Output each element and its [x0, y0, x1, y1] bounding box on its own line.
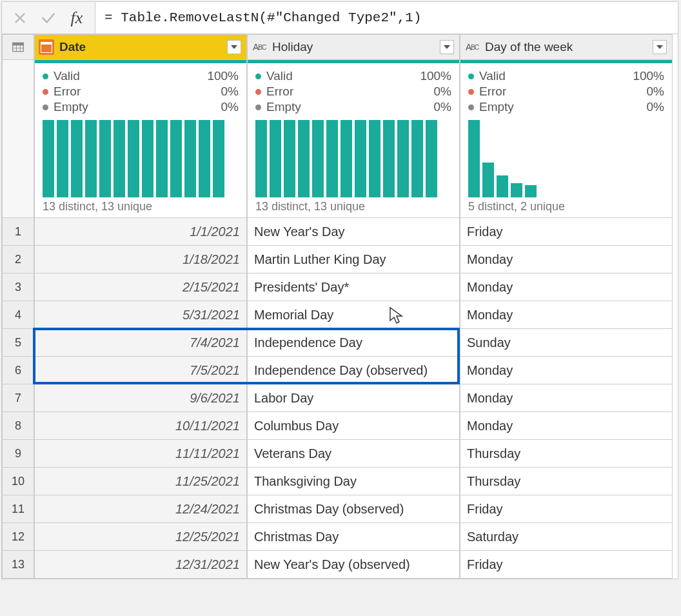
- cell[interactable]: Friday: [460, 551, 673, 579]
- column-name: Holiday: [272, 40, 440, 54]
- filter-dropdown-button[interactable]: [440, 40, 454, 54]
- cell[interactable]: Independence Day (observed): [247, 357, 460, 384]
- data-grid: DateABCHolidayABCDay of the weekValid100…: [2, 34, 678, 579]
- column-header-holiday[interactable]: ABCHoliday: [247, 34, 460, 60]
- distinct-summary: 13 distinct, 13 unique: [255, 200, 451, 214]
- fx-button[interactable]: fx: [64, 5, 90, 31]
- cell[interactable]: 7/5/2021: [34, 357, 247, 384]
- row-number[interactable]: 3: [2, 273, 34, 301]
- stat-empty: Empty0%: [255, 99, 451, 115]
- row-number[interactable]: 1: [2, 218, 34, 246]
- cell[interactable]: Columbus Day: [247, 412, 460, 440]
- cell[interactable]: Monday: [460, 357, 673, 384]
- row-number[interactable]: 12: [2, 523, 34, 551]
- distinct-summary: 5 distinct, 2 unique: [468, 200, 664, 214]
- row-number[interactable]: 5: [2, 329, 34, 357]
- row-number[interactable]: 6: [2, 357, 34, 384]
- calendar-icon: [39, 39, 54, 55]
- stat-label: Error: [54, 84, 81, 99]
- stat-label: Empty: [479, 100, 514, 114]
- svg-rect-1: [13, 43, 24, 45]
- cell[interactable]: Martin Luther King Day: [247, 246, 460, 273]
- cell[interactable]: 11/11/2021: [34, 440, 247, 468]
- cell[interactable]: Presidents' Day*: [247, 273, 460, 301]
- filter-dropdown-button[interactable]: [227, 40, 241, 54]
- stat-value: 100%: [633, 69, 664, 83]
- cell[interactable]: Sunday: [460, 329, 673, 357]
- cell[interactable]: Thursday: [460, 468, 673, 495]
- empty-dot-icon: [468, 104, 474, 110]
- cell[interactable]: 11/25/2021: [34, 468, 247, 495]
- valid-dot-icon: [468, 74, 474, 79]
- stat-error: Error0%: [468, 84, 664, 99]
- row-number[interactable]: 13: [2, 551, 34, 579]
- cell[interactable]: 12/25/2021: [34, 523, 247, 551]
- stat-value: 0%: [221, 100, 239, 114]
- cell[interactable]: 2/15/2021: [34, 273, 247, 301]
- cell[interactable]: Independence Day: [247, 329, 460, 357]
- cell[interactable]: 9/6/2021: [34, 384, 247, 412]
- cell[interactable]: New Year's Day: [247, 218, 460, 246]
- row-number[interactable]: 8: [2, 412, 34, 440]
- cell[interactable]: Memorial Day: [247, 301, 460, 329]
- stat-valid: Valid100%: [43, 68, 239, 84]
- cell[interactable]: Saturday: [460, 523, 673, 551]
- cell[interactable]: Friday: [460, 218, 673, 246]
- cell[interactable]: Monday: [460, 384, 673, 412]
- cell[interactable]: Friday: [460, 495, 673, 523]
- cancel-button[interactable]: [7, 5, 33, 31]
- select-all-corner[interactable]: [2, 34, 34, 60]
- power-query-editor: fx = Table.RemoveLastN(#"Changed Type2",…: [1, 1, 678, 579]
- cell[interactable]: Thursday: [460, 440, 673, 468]
- filter-dropdown-button[interactable]: [653, 40, 667, 54]
- profile-corner: [2, 60, 34, 218]
- cell[interactable]: 1/18/2021: [34, 246, 247, 273]
- row-number[interactable]: 4: [2, 301, 34, 329]
- cell[interactable]: Veterans Day: [247, 440, 460, 468]
- stat-label: Valid: [54, 69, 80, 83]
- cell[interactable]: 5/31/2021: [34, 301, 247, 329]
- text-type-icon: ABC: [464, 39, 480, 55]
- stat-value: 0%: [647, 84, 664, 99]
- stat-value: 100%: [207, 69, 239, 83]
- formula-input[interactable]: = Table.RemoveLastN(#"Changed Type2",1): [95, 2, 678, 34]
- stat-value: 100%: [420, 69, 451, 83]
- row-number[interactable]: 7: [2, 384, 34, 412]
- cell[interactable]: Christmas Day (observed): [247, 495, 460, 523]
- formula-bar-buttons: fx: [2, 2, 95, 34]
- cell[interactable]: 10/11/2021: [34, 412, 247, 440]
- stat-label: Error: [479, 84, 506, 99]
- row-number[interactable]: 9: [2, 440, 34, 468]
- cell[interactable]: 1/1/2021: [34, 218, 247, 246]
- commit-button[interactable]: [35, 5, 61, 31]
- column-header-date[interactable]: Date: [34, 34, 247, 60]
- cell[interactable]: 12/31/2021: [34, 551, 247, 579]
- stat-value: 0%: [221, 84, 239, 99]
- stat-empty: Empty0%: [43, 99, 239, 115]
- cell[interactable]: Thanksgiving Day: [247, 468, 460, 495]
- cell[interactable]: Labor Day: [247, 384, 460, 412]
- error-dot-icon: [43, 89, 48, 95]
- cell[interactable]: 12/24/2021: [34, 495, 247, 523]
- row-number[interactable]: 10: [2, 468, 34, 495]
- stat-empty: Empty0%: [468, 99, 664, 115]
- stat-label: Valid: [479, 69, 506, 83]
- cell[interactable]: 7/4/2021: [34, 329, 247, 357]
- error-dot-icon: [468, 89, 474, 95]
- cell[interactable]: Monday: [460, 246, 673, 273]
- cell[interactable]: Monday: [460, 412, 673, 440]
- stat-error: Error0%: [255, 84, 451, 99]
- column-profile: Valid100%Error0%Empty0%13 distinct, 13 u…: [247, 60, 460, 218]
- cell[interactable]: Christmas Day: [247, 523, 460, 551]
- row-number[interactable]: 2: [2, 246, 34, 273]
- stat-value: 0%: [434, 100, 451, 114]
- row-number[interactable]: 11: [2, 495, 34, 523]
- stat-label: Valid: [266, 69, 293, 83]
- cell[interactable]: Monday: [460, 301, 673, 329]
- cell[interactable]: New Year's Day (observed): [247, 551, 460, 579]
- distinct-summary: 13 distinct, 13 unique: [43, 200, 239, 214]
- text-type-icon: ABC: [252, 39, 267, 55]
- column-header-day-of-the-week[interactable]: ABCDay of the week: [460, 34, 673, 60]
- cell[interactable]: Monday: [460, 273, 673, 301]
- valid-dot-icon: [43, 74, 48, 79]
